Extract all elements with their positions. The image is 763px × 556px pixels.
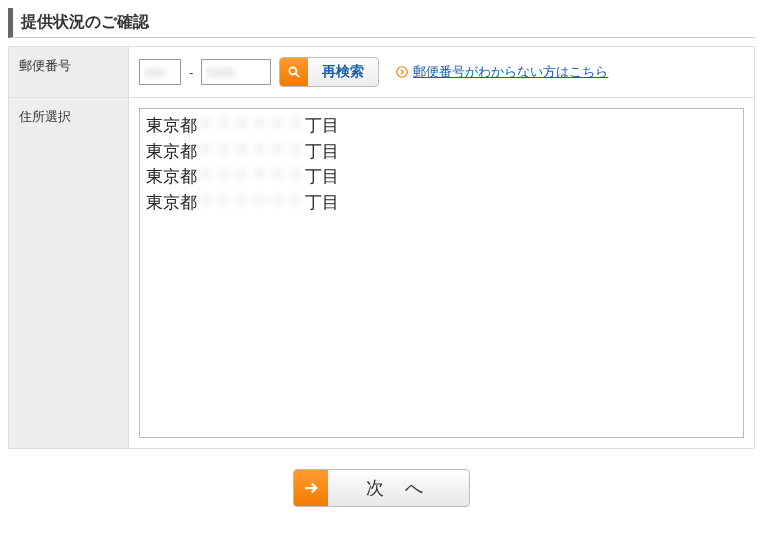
svg-point-2	[397, 67, 408, 78]
zip-part2-input[interactable]	[201, 59, 271, 85]
svg-line-1	[296, 74, 300, 78]
next-button-label: 次 へ	[328, 470, 469, 506]
research-button[interactable]: 再検索	[279, 57, 379, 87]
address-masked: ＊＊＊＊＊＊	[197, 113, 305, 139]
address-masked: ＊＊＊＊＊＊	[197, 190, 305, 216]
address-item[interactable]: 東京都＊＊＊＊＊＊丁目	[146, 139, 737, 165]
address-prefix: 東京都	[146, 116, 197, 135]
zip-help-link[interactable]: 郵便番号がわからない方はこちら	[413, 63, 608, 81]
address-prefix: 東京都	[146, 142, 197, 161]
zip-row: - 再検索	[139, 57, 744, 87]
address-item[interactable]: 東京都＊＊＊＊＊＊丁目	[146, 113, 737, 139]
zip-part1-input[interactable]	[139, 59, 181, 85]
address-suffix: 丁目	[305, 193, 339, 212]
research-button-label: 再検索	[308, 58, 378, 86]
zip-dash: -	[189, 65, 193, 80]
arrow-right-icon	[395, 65, 409, 79]
address-prefix: 東京都	[146, 167, 197, 186]
arrow-right-icon	[294, 470, 328, 506]
address-suffix: 丁目	[305, 116, 339, 135]
address-label: 住所選択	[9, 98, 129, 449]
address-masked: ＊＊＊＊＊＊	[197, 139, 305, 165]
next-button[interactable]: 次 へ	[293, 469, 470, 507]
zip-label: 郵便番号	[9, 47, 129, 98]
form-table: 郵便番号 - 再検索	[8, 46, 755, 449]
search-icon	[280, 58, 308, 86]
page-title: 提供状況のご確認	[8, 8, 755, 38]
svg-point-0	[290, 67, 297, 74]
address-prefix: 東京都	[146, 193, 197, 212]
address-suffix: 丁目	[305, 142, 339, 161]
address-suffix: 丁目	[305, 167, 339, 186]
address-masked: ＊＊＊＊＊＊	[197, 164, 305, 190]
address-list[interactable]: 東京都＊＊＊＊＊＊丁目東京都＊＊＊＊＊＊丁目東京都＊＊＊＊＊＊丁目東京都＊＊＊＊…	[139, 108, 744, 438]
address-item[interactable]: 東京都＊＊＊＊＊＊丁目	[146, 164, 737, 190]
address-item[interactable]: 東京都＊＊＊＊＊＊丁目	[146, 190, 737, 216]
